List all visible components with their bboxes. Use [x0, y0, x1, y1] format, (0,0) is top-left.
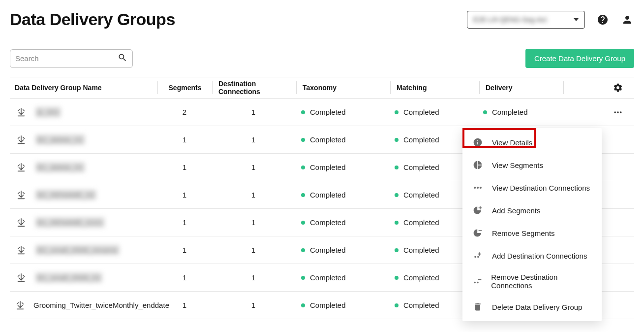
- svg-point-9: [477, 282, 479, 284]
- help-icon[interactable]: [596, 13, 610, 27]
- status-dot-icon: [301, 221, 305, 225]
- menu-add-segments[interactable]: Add Segments: [462, 199, 602, 222]
- cell-destinations: 1: [212, 218, 295, 227]
- status-dot-icon: [395, 303, 399, 307]
- svg-point-1: [617, 111, 618, 113]
- status-text: Completed: [403, 246, 439, 254]
- menu-view-segments[interactable]: View Segments: [462, 154, 602, 176]
- status-dot-icon: [395, 110, 399, 114]
- row-name: B1_RENAME_0101: [35, 217, 105, 228]
- status-dot-icon: [301, 166, 305, 169]
- row-name: B2_delete_01: [35, 134, 85, 145]
- menu-view-destinations[interactable]: View Destination Connections: [462, 176, 602, 199]
- search-input[interactable]: [15, 54, 118, 63]
- account-dropdown[interactable]: E2E-LR-QENG-Seg-Act: [467, 11, 585, 29]
- svg-point-2: [620, 111, 621, 113]
- status-dot-icon: [395, 248, 399, 252]
- status-text: Completed: [310, 246, 346, 254]
- cell-destinations: 1: [212, 135, 295, 144]
- trash-icon: [472, 301, 483, 312]
- delivery-group-icon: [15, 244, 28, 257]
- svg-point-8: [474, 282, 476, 284]
- cell-segments: 1: [157, 246, 212, 254]
- svg-point-3: [474, 187, 476, 189]
- delivery-group-icon: [15, 161, 28, 174]
- more-actions-icon[interactable]: [611, 105, 625, 120]
- delivery-group-icon: [15, 189, 28, 201]
- row-name: B1_delete_01: [35, 162, 85, 172]
- pie-chart-icon: [472, 160, 483, 170]
- cell-destinations: 1: [212, 191, 295, 199]
- status-text: Completed: [310, 218, 346, 227]
- row-name: B1_small_0506_01: [35, 272, 102, 283]
- menu-remove-segments[interactable]: Remove Segments: [462, 222, 602, 244]
- menu-remove-destinations[interactable]: Remove Destination Connections: [462, 267, 602, 296]
- delivery-group-icon: [15, 271, 28, 284]
- menu-label: View Segments: [492, 161, 543, 169]
- cell-segments: 1: [157, 135, 212, 144]
- status-dot-icon: [395, 221, 399, 225]
- column-name[interactable]: Data Delivery Group Name: [10, 84, 157, 92]
- status-text: Completed: [310, 301, 346, 309]
- menu-view-details[interactable]: View Details: [462, 131, 602, 154]
- delivery-group-icon: [15, 133, 28, 146]
- cell-destinations: 1: [212, 246, 295, 254]
- menu-label: Add Segments: [492, 206, 540, 215]
- row-name: B2_small_0506_rename: [35, 245, 120, 255]
- status-text: Completed: [403, 191, 439, 199]
- page-title: Data Delivery Groups: [10, 10, 175, 29]
- status-text: Completed: [310, 191, 346, 199]
- cell-segments: 2: [157, 108, 212, 116]
- status-dot-icon: [395, 138, 399, 142]
- menu-delete-group[interactable]: Delete Data Delivery Group: [462, 296, 602, 318]
- menu-label: Remove Segments: [492, 229, 555, 237]
- connections-icon: [472, 182, 483, 193]
- cell-destinations: 1: [212, 163, 295, 171]
- table-row[interactable]: jk_00121CompletedCompletedCompleted: [10, 99, 634, 126]
- column-destinations[interactable]: Destination Connections: [213, 80, 296, 96]
- status-dot-icon: [301, 138, 305, 142]
- remove-connection-icon: [472, 276, 482, 287]
- search-icon: [118, 53, 127, 65]
- status-dot-icon: [395, 193, 399, 197]
- status-dot-icon: [395, 276, 399, 280]
- row-name: jk_001: [35, 107, 61, 117]
- search-box[interactable]: [10, 49, 133, 68]
- status-text: Completed: [403, 135, 439, 144]
- status-dot-icon: [301, 248, 305, 252]
- status-text: Completed: [403, 301, 439, 309]
- row-name: Grooming_Twitter_twiceMonthly_enddate: [33, 301, 169, 309]
- status-text: Completed: [403, 273, 439, 282]
- status-dot-icon: [301, 110, 305, 114]
- cell-segments: 1: [157, 191, 212, 199]
- column-taxonomy[interactable]: Taxonomy: [297, 84, 390, 92]
- status-dot-icon: [301, 193, 305, 197]
- menu-label: View Destination Connections: [492, 184, 590, 192]
- status-text: Completed: [403, 163, 439, 171]
- status-text: Completed: [310, 135, 346, 144]
- status-text: Completed: [403, 108, 439, 116]
- status-dot-icon: [483, 110, 487, 114]
- cell-segments: 1: [157, 301, 212, 309]
- row-context-menu: View Details View Segments View Destinat…: [462, 128, 602, 321]
- create-group-button[interactable]: Create Data Delivery Group: [525, 49, 634, 68]
- cell-destinations: 1: [212, 301, 295, 309]
- row-name: B2_RENAME_02: [35, 190, 96, 200]
- cell-destinations: 1: [212, 273, 295, 282]
- chevron-down-icon: [574, 18, 579, 21]
- menu-add-destinations[interactable]: Add Destination Connections: [462, 244, 602, 267]
- column-matching[interactable]: Matching: [391, 84, 479, 92]
- status-text: Completed: [310, 273, 346, 282]
- column-delivery[interactable]: Delivery: [480, 84, 563, 92]
- add-connection-icon: [472, 250, 483, 261]
- user-icon[interactable]: [620, 13, 634, 27]
- cell-segments: 1: [157, 273, 212, 282]
- gear-icon[interactable]: [611, 80, 625, 95]
- table-header: Data Delivery Group Name Segments Destin…: [10, 77, 634, 99]
- remove-pie-icon: [472, 228, 483, 238]
- svg-point-4: [477, 187, 479, 189]
- svg-point-7: [477, 256, 479, 258]
- status-dot-icon: [395, 166, 399, 169]
- delivery-group-icon: [15, 106, 28, 119]
- column-segments[interactable]: Segments: [158, 84, 212, 92]
